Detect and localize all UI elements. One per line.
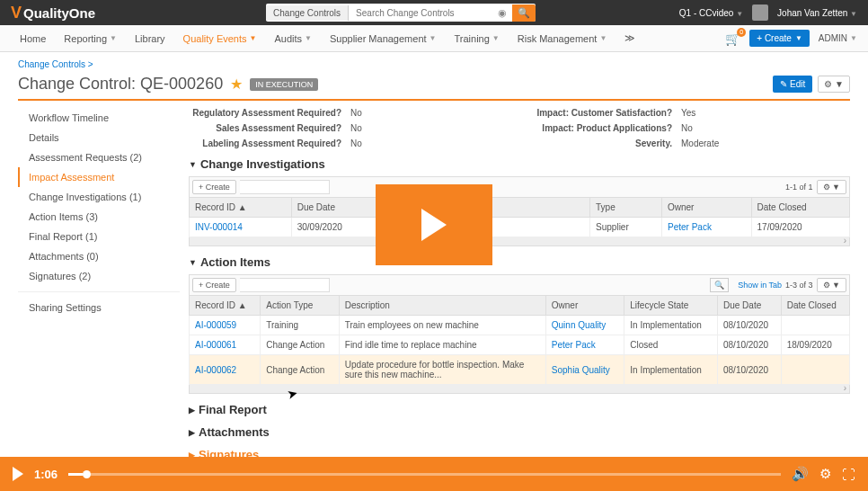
info-value: Moderate	[681, 138, 719, 148]
collapse-icon[interactable]: ▼	[189, 160, 197, 169]
video-time: 1:06	[34, 468, 58, 481]
info-value: No	[350, 108, 362, 118]
search-input[interactable]	[349, 5, 492, 21]
user-menu[interactable]: Johan Van Zetten ▼	[777, 8, 857, 18]
info-label: Regulatory Assessment Required?	[189, 108, 350, 118]
main-nav: Home Reporting▼ Library Quality Events▼ …	[0, 25, 868, 52]
sidebar-item-workflow[interactable]: Workflow Timeline	[18, 108, 180, 128]
ci-table: Record ID ▲Due DatePriorityTitleTypeOwne…	[189, 197, 850, 237]
ai-col[interactable]: Lifecycle State	[624, 296, 718, 316]
ai-col[interactable]: Date Closed	[781, 296, 849, 316]
ci-range: 1-1 of 1	[785, 183, 813, 192]
nav-audits[interactable]: Audits▼	[265, 33, 321, 44]
global-search: Change Controls ◉ 🔍	[266, 4, 536, 22]
ai-col[interactable]: Due Date	[717, 296, 781, 316]
ci-search-input[interactable]	[240, 180, 330, 194]
context-select[interactable]: Q1 - CCvideo ▼	[679, 8, 743, 18]
breadcrumb[interactable]: Change Controls >	[18, 59, 850, 69]
ai-range: 1-3 of 3	[785, 281, 813, 290]
sidebar-item-attachments[interactable]: Attachments (0)	[18, 246, 180, 266]
sidebar-item-assessment[interactable]: Assessment Requests (2)	[18, 147, 180, 167]
record-sidebar: Workflow Timeline Details Assessment Req…	[18, 108, 180, 467]
info-label: Impact: Customer Satisfaction?	[519, 108, 681, 118]
video-play-button[interactable]	[13, 467, 23, 481]
video-controls: 1:06 🔊 ⚙ ⛶	[0, 457, 868, 491]
ai-create-button[interactable]: + Create	[192, 278, 236, 292]
info-value: No	[350, 138, 362, 148]
sidebar-item-investigations[interactable]: Change Investigations (1)	[18, 187, 180, 207]
ci-gear-icon[interactable]: ⚙ ▼	[817, 180, 846, 194]
ci-col[interactable]: Date Closed	[751, 198, 849, 218]
video-play-overlay[interactable]	[376, 184, 492, 265]
search-camera-icon[interactable]: ◉	[492, 4, 512, 22]
page-header: Change Control: QE-000260 ★ IN EXECUTION…	[18, 75, 850, 101]
nav-risk[interactable]: Risk Management▼	[509, 33, 616, 44]
expand-icon[interactable]: ▶	[189, 406, 195, 415]
sidebar-item-signatures[interactable]: Signatures (2)	[18, 266, 180, 286]
ci-col[interactable]: Record ID ▲	[190, 198, 292, 218]
section-attachments[interactable]: ▶Attachments	[189, 425, 850, 439]
ai-search-icon[interactable]: 🔍	[710, 278, 729, 292]
table-row[interactable]: AI-000061Change ActionFind idle time to …	[190, 335, 850, 355]
nav-more-icon[interactable]: ≫	[616, 32, 644, 44]
info-label: Labeling Assessment Required?	[189, 138, 350, 148]
info-value: No	[350, 123, 362, 133]
info-value: Yes	[681, 108, 695, 118]
play-icon	[421, 209, 447, 241]
sidebar-item-final-report[interactable]: Final Report (1)	[18, 227, 180, 246]
ci-scrollbar[interactable]	[189, 237, 850, 246]
ci-col[interactable]: Owner	[661, 198, 751, 218]
nav-home[interactable]: Home	[11, 33, 55, 44]
admin-menu[interactable]: ADMIN▼	[819, 33, 857, 43]
status-badge: IN EXECUTION	[250, 78, 318, 91]
nav-supplier[interactable]: Supplier Management▼	[321, 33, 446, 44]
nav-library[interactable]: Library	[126, 33, 174, 44]
ci-col[interactable]: Due Date	[291, 198, 382, 218]
sidebar-item-sharing[interactable]: Sharing Settings	[18, 298, 180, 317]
ai-col[interactable]: Description	[339, 296, 545, 316]
settings-icon[interactable]: ⚙	[819, 466, 831, 482]
section-final-report[interactable]: ▶Final Report	[189, 403, 850, 416]
table-row[interactable]: INV-00001430/09/2020HighSupplierPeter Pa…	[190, 218, 850, 237]
collapse-icon[interactable]: ▼	[189, 258, 197, 267]
ci-create-button[interactable]: + Create	[192, 180, 236, 194]
table-row[interactable]: AI-000059TrainingTrain employees on new …	[190, 316, 850, 335]
page-title: Change Control: QE-000260	[18, 75, 223, 94]
ai-col[interactable]: Owner	[545, 296, 624, 316]
info-label: Sales Assessment Required?	[189, 123, 350, 133]
gear-icon[interactable]: ⚙ ▼	[818, 76, 850, 93]
avatar[interactable]	[752, 4, 768, 21]
ai-col[interactable]: Record ID ▲	[190, 296, 261, 316]
app-logo[interactable]: VQualityOne	[11, 4, 95, 22]
ai-show-in-tab[interactable]: Show in Tab	[738, 281, 782, 290]
search-icon[interactable]: 🔍	[512, 4, 536, 22]
table-row[interactable]: AI-000062Change ActionUpdate procedure f…	[190, 355, 850, 385]
edit-button[interactable]: ✎ Edit	[773, 76, 812, 93]
section-action-items[interactable]: ▼Action Items	[189, 255, 850, 269]
sidebar-item-details[interactable]: Details	[18, 128, 180, 147]
favorite-star-icon[interactable]: ★	[230, 76, 243, 93]
info-value: No	[681, 123, 693, 133]
section-change-investigations[interactable]: ▼Change Investigations	[189, 157, 850, 171]
ai-gear-icon[interactable]: ⚙ ▼	[817, 278, 846, 292]
ai-table: Record ID ▲Action TypeDescriptionOwnerLi…	[189, 295, 850, 385]
nav-quality-events[interactable]: Quality Events▼	[174, 33, 266, 44]
info-label: Impact: Product Applications?	[519, 123, 681, 133]
ci-col[interactable]: Type	[590, 198, 662, 218]
fullscreen-icon[interactable]: ⛶	[842, 467, 855, 482]
cart-icon[interactable]: 🛒0	[725, 31, 740, 46]
topbar: VQualityOne Change Controls ◉ 🔍 Q1 - CCv…	[0, 0, 868, 25]
expand-icon[interactable]: ▶	[189, 428, 195, 437]
video-progress[interactable]	[68, 473, 781, 476]
sidebar-item-action-items[interactable]: Action Items (3)	[18, 207, 180, 227]
search-scope-select[interactable]: Change Controls	[266, 5, 349, 21]
nav-training[interactable]: Training▼	[445, 33, 508, 44]
nav-reporting[interactable]: Reporting▼	[55, 33, 126, 44]
sidebar-item-impact[interactable]: Impact Assessment	[18, 167, 180, 187]
ai-search-input[interactable]	[240, 278, 330, 292]
volume-icon[interactable]: 🔊	[792, 466, 809, 482]
create-button[interactable]: + Create▼	[749, 30, 810, 47]
info-label: Severity.	[519, 138, 681, 148]
ai-col[interactable]: Action Type	[261, 296, 340, 316]
